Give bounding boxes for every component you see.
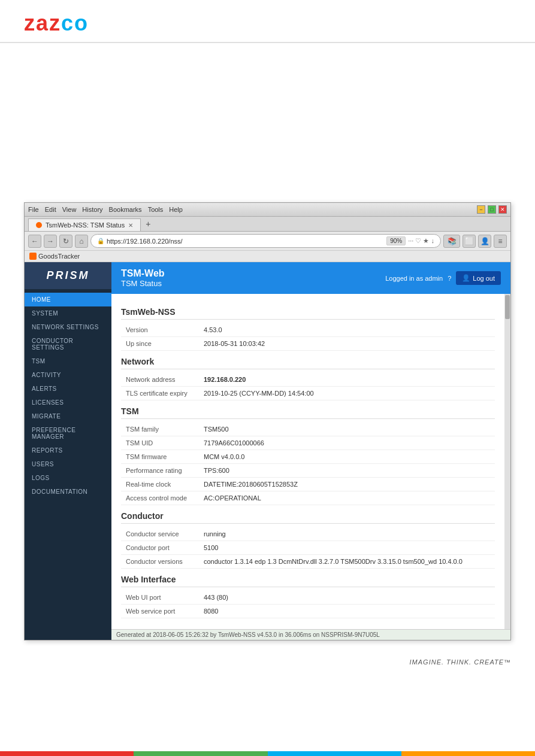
- conductor-versions-label: Conductor versions: [121, 555, 199, 569]
- version-label: Version: [121, 323, 199, 337]
- menu-tools[interactable]: Tools: [148, 206, 164, 213]
- tsm-family-value: TSM500: [199, 423, 495, 436]
- browser-tab-active[interactable]: TsmWeb-NSS: TSM Status ✕: [28, 218, 141, 231]
- tls-value: 2019-10-25 (CCYY-MM-DD) 14:54:00: [199, 387, 495, 400]
- menu-help[interactable]: Help: [169, 206, 183, 213]
- sidebar-item-preference-manager[interactable]: PREFERENCE MANAGER: [25, 423, 111, 444]
- status-bar: Generated at 2018-06-05 15:26:32 by TsmW…: [111, 629, 510, 640]
- menu-button[interactable]: ≡: [494, 235, 507, 248]
- sidebar-item-migrate[interactable]: MIGRATE: [25, 409, 111, 423]
- tls-row: TLS certificate expiry 2019-10-25 (CCYY-…: [121, 387, 495, 400]
- browser-tabbar: TsmWeb-NSS: TSM Status ✕ +: [25, 217, 510, 232]
- sidebar-logo-area: PRISM: [25, 262, 111, 289]
- url-bar[interactable]: 🔒 https://192.168.0.220/nss/ 90% ··· ♡ ★…: [90, 234, 441, 248]
- tab-title: TsmWeb-NSS: TSM Status: [46, 221, 125, 229]
- url-action-icons: ··· ♡ ★ ↓: [408, 237, 434, 245]
- tsm-table: TSM family TSM500 TSM UID 7179A66C010000…: [121, 423, 495, 505]
- conductor-title: Conductor: [121, 511, 495, 524]
- sidebar-item-reports[interactable]: REPORTS: [25, 444, 111, 457]
- back-button[interactable]: ←: [28, 235, 41, 248]
- network-address-label: Network address: [121, 373, 199, 387]
- conductor-service-row: Conductor service running: [121, 527, 495, 541]
- sidebar-item-documentation[interactable]: DOCUMENTATION: [25, 485, 111, 499]
- up-since-label: Up since: [121, 337, 199, 351]
- sidebar-item-tsm[interactable]: TSM: [25, 354, 111, 368]
- sidebar-item-home[interactable]: HOME: [25, 293, 111, 306]
- sidebar-logo-text: PRISM: [31, 269, 105, 282]
- menu-history[interactable]: History: [82, 206, 102, 213]
- tsm-firmware-row: TSM firmware MCM v4.0.0.0: [121, 450, 495, 464]
- tab-close-button[interactable]: ✕: [128, 222, 133, 229]
- tsm-firmware-label: TSM firmware: [121, 450, 199, 464]
- minimize-button[interactable]: −: [477, 205, 485, 214]
- logo-z1: z: [24, 11, 36, 35]
- scrollbar-thumb[interactable]: [505, 295, 510, 319]
- access-control-value: AC:OPERATIONAL: [199, 491, 495, 505]
- conductor-service-label: Conductor service: [121, 527, 199, 541]
- logo-z2: z: [49, 11, 61, 35]
- footer-segment-green: [134, 751, 267, 756]
- sidebar-item-logs[interactable]: LOGS: [25, 471, 111, 485]
- sidebar-toggle[interactable]: ⬜: [463, 235, 476, 248]
- access-control-row: Access control mode AC:OPERATIONAL: [121, 491, 495, 505]
- conductor-port-value: 5100: [199, 541, 495, 555]
- menu-bookmarks[interactable]: Bookmarks: [109, 206, 142, 213]
- network-address-row: Network address 192.168.0.220: [121, 373, 495, 387]
- sidebar-item-system[interactable]: SYSTEM: [25, 306, 111, 320]
- realtime-row: Real-time clock DATETIME:20180605T152853…: [121, 478, 495, 491]
- synced-tabs[interactable]: 👤: [478, 235, 491, 248]
- conductor-table: Conductor service running Conductor port…: [121, 527, 495, 569]
- logo-c: c: [61, 11, 74, 35]
- sidebar-item-licenses[interactable]: LICENSES: [25, 396, 111, 409]
- web-ui-port-value: 443 (80): [199, 591, 495, 605]
- maximize-button[interactable]: □: [488, 205, 496, 214]
- sidebar-item-activity[interactable]: ACTIVITY: [25, 368, 111, 382]
- tsmweb-nss-table: Version 4.53.0 Up since 2018-05-31 10:03…: [121, 323, 495, 351]
- version-row: Version 4.53.0: [121, 323, 495, 337]
- conductor-service-value: running: [199, 527, 495, 541]
- performance-label: Performance rating: [121, 464, 199, 478]
- body-para6: [24, 135, 511, 144]
- scrollbar[interactable]: [504, 294, 510, 629]
- home-nav-button[interactable]: ⌂: [75, 235, 88, 248]
- body-link[interactable]: [24, 95, 96, 104]
- tls-label: TLS certificate expiry: [121, 387, 199, 400]
- new-tab-button[interactable]: +: [141, 217, 155, 231]
- page-content-area: [0, 43, 535, 190]
- network-address-value: 192.168.0.220: [199, 373, 495, 387]
- user-icon: 👤: [462, 274, 470, 282]
- footer-segment-orange: [401, 751, 535, 756]
- body-para3: [24, 81, 511, 90]
- network-table: Network address 192.168.0.220 TLS certif…: [121, 373, 495, 400]
- window-controls: − □ ✕: [477, 205, 507, 214]
- menu-file[interactable]: File: [28, 206, 39, 213]
- app-header-right: Logged in as admin ? 👤 Log out: [385, 271, 501, 285]
- page-header: zazco: [0, 0, 535, 43]
- footer-tagline: IMAGINE. THINK. CREATE™: [410, 658, 511, 666]
- logout-label: Log out: [473, 275, 495, 282]
- bookmark-goodstracker[interactable]: GoodsTracker: [29, 253, 80, 260]
- logo-o: o: [74, 11, 89, 35]
- logout-button[interactable]: 👤 Log out: [456, 271, 501, 285]
- help-icon[interactable]: ?: [448, 275, 451, 282]
- close-button[interactable]: ✕: [498, 205, 507, 214]
- web-interface-title: Web Interface: [121, 575, 495, 587]
- footer-color-bar: [0, 751, 535, 756]
- forward-button[interactable]: →: [44, 235, 57, 248]
- app-main: TSM-Web TSM Status Logged in as admin ? …: [111, 262, 510, 640]
- app-content: TsmWeb-NSS Version 4.53.0 Up since 2018-…: [111, 294, 504, 629]
- version-value: 4.53.0: [199, 323, 495, 337]
- sidebar-item-network-settings[interactable]: NETWORK SETTINGS: [25, 320, 111, 334]
- menu-edit[interactable]: Edit: [45, 206, 56, 213]
- app-header: TSM-Web TSM Status Logged in as admin ? …: [111, 262, 510, 294]
- web-service-port-value: 8080: [199, 605, 495, 618]
- sidebar-item-conductor-settings[interactable]: CONDUCTOR SETTINGS: [25, 334, 111, 354]
- menu-view[interactable]: View: [62, 206, 77, 213]
- refresh-button[interactable]: ↻: [59, 235, 72, 248]
- app-header-title: TSM-Web TSM Status: [121, 268, 165, 288]
- sidebar-item-users[interactable]: USERS: [25, 457, 111, 471]
- library-button[interactable]: 📚: [443, 235, 460, 248]
- body-para7: [24, 148, 511, 157]
- sidebar-item-alerts[interactable]: ALERTS: [25, 382, 111, 396]
- tsm-title: TSM: [121, 406, 495, 419]
